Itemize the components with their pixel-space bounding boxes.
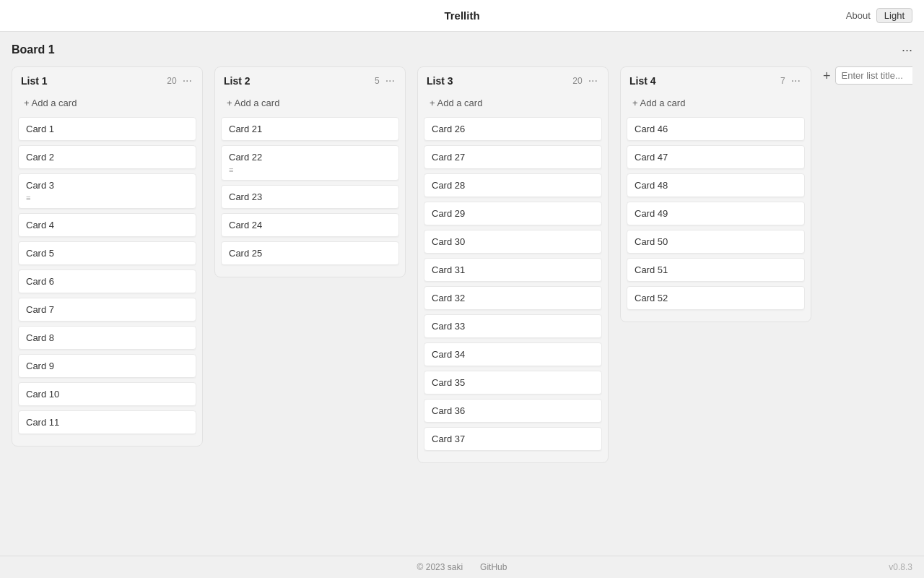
card-label-card49: Card 49	[635, 208, 797, 219]
card-card11[interactable]: Card 11	[18, 410, 196, 434]
add-card-button-list4[interactable]: + Add a card	[627, 93, 805, 113]
card-card1[interactable]: Card 1	[18, 117, 196, 141]
card-card10[interactable]: Card 10	[18, 382, 196, 406]
card-card48[interactable]: Card 48	[627, 173, 805, 197]
card-label-card30: Card 30	[432, 236, 594, 247]
card-label-card31: Card 31	[432, 264, 594, 275]
card-label-card5: Card 5	[26, 248, 188, 259]
add-card-button-list1[interactable]: + Add a card	[18, 93, 196, 113]
card-card31[interactable]: Card 31	[424, 258, 602, 282]
list-options-button-list3[interactable]: ···	[587, 74, 599, 87]
list-header-list1: List 120···	[18, 74, 196, 87]
card-card4[interactable]: Card 4	[18, 213, 196, 237]
cards-area-list4: Card 46Card 47Card 48Card 49Card 50Card …	[627, 117, 805, 314]
add-list-icon[interactable]: +	[823, 69, 831, 82]
card-card27[interactable]: Card 27	[424, 145, 602, 169]
list-header-list3: List 320···	[424, 74, 602, 87]
list-title-list2: List 2	[224, 75, 375, 87]
card-subtitle-card22: ≡	[229, 165, 391, 174]
card-card47[interactable]: Card 47	[627, 145, 805, 169]
list-options-button-list1[interactable]: ···	[181, 74, 193, 87]
footer-copyright: © 2023 saki	[417, 562, 463, 572]
card-label-card36: Card 36	[432, 405, 594, 416]
card-label-card21: Card 21	[229, 124, 391, 134]
card-card30[interactable]: Card 30	[424, 230, 602, 254]
card-label-card24: Card 24	[229, 220, 391, 230]
card-card37[interactable]: Card 37	[424, 427, 602, 451]
card-card3[interactable]: Card 3≡	[18, 173, 196, 209]
card-label-card7: Card 7	[26, 304, 188, 315]
github-link[interactable]: GitHub	[480, 562, 507, 572]
card-card33[interactable]: Card 33	[424, 314, 602, 338]
card-card49[interactable]: Card 49	[627, 202, 805, 225]
card-card7[interactable]: Card 7	[18, 298, 196, 322]
card-card35[interactable]: Card 35	[424, 371, 602, 394]
card-card22[interactable]: Card 22≡	[221, 145, 399, 181]
card-card5[interactable]: Card 5	[18, 241, 196, 265]
card-label-card9: Card 9	[26, 361, 188, 371]
app-title: Trellith	[444, 9, 479, 22]
card-label-card51: Card 51	[635, 264, 797, 275]
card-card51[interactable]: Card 51	[627, 258, 805, 282]
card-subtitle-card3: ≡	[26, 194, 188, 202]
card-label-card46: Card 46	[635, 124, 797, 134]
new-list-input[interactable]	[835, 66, 912, 85]
board-header: Board 1 ···	[12, 43, 912, 56]
card-card9[interactable]: Card 9	[18, 354, 196, 378]
list-list4: List 47···+ Add a cardCard 46Card 47Card…	[620, 66, 811, 322]
card-card36[interactable]: Card 36	[424, 399, 602, 423]
about-link[interactable]: About	[846, 10, 871, 21]
card-card26[interactable]: Card 26	[424, 117, 602, 141]
card-label-card28: Card 28	[432, 180, 594, 191]
card-label-card27: Card 27	[432, 152, 594, 163]
card-label-card4: Card 4	[26, 220, 188, 230]
card-label-card52: Card 52	[635, 293, 797, 303]
list-header-list2: List 25···	[221, 74, 399, 87]
card-card2[interactable]: Card 2	[18, 145, 196, 169]
card-label-card32: Card 32	[432, 293, 594, 303]
card-card24[interactable]: Card 24	[221, 213, 399, 237]
lists-container: List 120···+ Add a cardCard 1Card 2Card …	[12, 66, 912, 475]
cards-area-list1: Card 1Card 2Card 3≡Card 4Card 5Card 6Car…	[18, 117, 196, 439]
card-label-card3: Card 3	[26, 180, 188, 191]
new-list-area: +	[823, 66, 912, 85]
light-mode-button[interactable]: Light	[876, 8, 912, 23]
card-card8[interactable]: Card 8	[18, 326, 196, 350]
card-card32[interactable]: Card 32	[424, 286, 602, 310]
add-card-button-list3[interactable]: + Add a card	[424, 93, 602, 113]
cards-area-list3: Card 26Card 27Card 28Card 29Card 30Card …	[424, 117, 602, 455]
header-actions: About Light	[846, 8, 912, 23]
add-card-button-list2[interactable]: + Add a card	[221, 93, 399, 113]
card-label-card48: Card 48	[635, 180, 797, 191]
list-title-list1: List 1	[21, 75, 167, 87]
card-label-card34: Card 34	[432, 349, 594, 360]
card-label-card22: Card 22	[229, 152, 391, 163]
card-card46[interactable]: Card 46	[627, 117, 805, 141]
board-menu-button[interactable]: ···	[902, 43, 912, 56]
card-card23[interactable]: Card 23	[221, 185, 399, 209]
card-card29[interactable]: Card 29	[424, 202, 602, 225]
app-header: Trellith About Light	[0, 0, 924, 32]
list-count-list3: 20	[572, 76, 582, 86]
card-label-card2: Card 2	[26, 152, 188, 163]
card-label-card33: Card 33	[432, 321, 594, 332]
card-card21[interactable]: Card 21	[221, 117, 399, 141]
card-label-card11: Card 11	[26, 417, 188, 428]
cards-area-list2: Card 21Card 22≡Card 23Card 24Card 25	[221, 117, 399, 269]
list-options-button-list2[interactable]: ···	[384, 74, 396, 87]
card-card6[interactable]: Card 6	[18, 269, 196, 293]
card-card52[interactable]: Card 52	[627, 286, 805, 310]
list-count-list4: 7	[780, 76, 785, 86]
list-title-list3: List 3	[427, 75, 572, 87]
list-list3: List 320···+ Add a cardCard 26Card 27Car…	[417, 66, 609, 463]
card-label-card23: Card 23	[229, 191, 391, 202]
card-label-card26: Card 26	[432, 124, 594, 134]
card-card25[interactable]: Card 25	[221, 241, 399, 265]
card-card50[interactable]: Card 50	[627, 230, 805, 254]
card-card28[interactable]: Card 28	[424, 173, 602, 197]
card-label-card6: Card 6	[26, 276, 188, 287]
card-card34[interactable]: Card 34	[424, 342, 602, 366]
list-header-list4: List 47···	[627, 74, 805, 87]
list-options-button-list4[interactable]: ···	[790, 74, 802, 87]
list-list1: List 120···+ Add a cardCard 1Card 2Card …	[12, 66, 203, 447]
